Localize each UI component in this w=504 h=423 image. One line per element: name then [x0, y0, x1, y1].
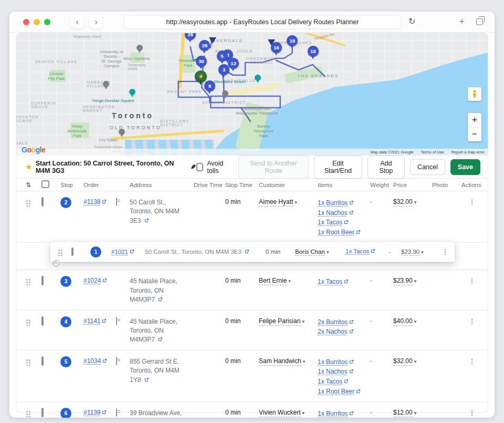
item-link[interactable]: 1x Tacos — [318, 278, 342, 285]
price-dropdown[interactable]: $32.00 — [393, 357, 413, 366]
external-link-icon — [344, 220, 349, 224]
new-tab-icon[interactable]: + — [459, 17, 465, 26]
stop-pin-16[interactable]: 16 — [271, 42, 282, 53]
row-checkbox[interactable] — [41, 197, 44, 207]
order-link[interactable]: #1141 — [83, 317, 100, 325]
save-button[interactable]: Save — [450, 159, 480, 175]
stop-pin-13[interactable]: 13 — [228, 58, 239, 69]
zoom-out-button[interactable]: − — [468, 128, 481, 142]
price-dropdown[interactable]: $23.90 — [393, 277, 413, 285]
avoid-tolls-checkbox[interactable] — [196, 163, 204, 171]
price-dropdown[interactable]: $32.00 — [393, 198, 413, 207]
row-actions-kebab-icon[interactable]: ⋮ — [461, 277, 482, 285]
stop-pin-30[interactable]: 30 — [196, 56, 207, 67]
row-actions-kebab-icon[interactable]: ⋮ — [438, 248, 453, 256]
drag-handle[interactable] — [58, 249, 62, 256]
select-all-checkbox[interactable] — [41, 180, 49, 188]
tab-overview-icon[interactable] — [476, 18, 483, 25]
item-link[interactable]: 2x Nachos — [318, 328, 348, 335]
order-link[interactable]: #1021 — [111, 249, 128, 255]
price-dropdown[interactable]: $23.90 — [401, 249, 419, 256]
report-map-error-link[interactable]: Report a map error — [452, 150, 485, 154]
note-icon[interactable] — [116, 198, 117, 206]
cancel-button[interactable]: Cancel — [410, 159, 445, 175]
customer-dropdown[interactable]: Felipe Parisian — [259, 317, 300, 326]
column-header-photo: Photo — [432, 182, 461, 188]
url-bar[interactable]: http://easyroutes.app - EasyRoutes Local… — [124, 15, 401, 29]
item-link[interactable]: 1x Nachos — [318, 209, 348, 216]
address-map-link[interactable] — [156, 296, 163, 303]
pegman-button[interactable] — [468, 87, 481, 101]
row-actions-kebab-icon[interactable]: ⋮ — [461, 198, 482, 206]
sort-icon[interactable]: ⇅ — [26, 181, 41, 189]
row-checkbox[interactable] — [41, 316, 44, 326]
zoom-in-button[interactable]: + — [468, 113, 481, 128]
stop-time-cell: 0 min — [225, 357, 259, 365]
customer-dropdown[interactable]: Vivien Wuckert — [259, 409, 301, 417]
address-map-link[interactable] — [156, 336, 163, 343]
customer-dropdown[interactable]: Sam Handwich — [259, 357, 301, 366]
forward-button[interactable]: › — [89, 15, 103, 29]
minimize-window-button[interactable] — [34, 19, 40, 25]
item-link[interactable]: 1x Burritos — [318, 410, 348, 417]
customer-dropdown[interactable]: Aimee Hyatt — [259, 198, 293, 207]
note-icon[interactable] — [116, 317, 117, 325]
address-map-link[interactable] — [143, 217, 149, 224]
dragged-stop-row[interactable]: 1 #1021 50 Caroll St., Toronto, ON M4M 3… — [50, 241, 455, 262]
row-checkbox[interactable] — [41, 408, 44, 417]
external-link-icon — [102, 358, 107, 363]
stop-pin-18[interactable]: 18 — [308, 46, 319, 57]
customer-dropdown[interactable]: Boris Chan — [295, 249, 325, 256]
row-checkbox[interactable] — [41, 356, 44, 366]
maximize-window-button[interactable] — [44, 19, 50, 25]
item-link[interactable]: 1x Tacos — [318, 219, 342, 226]
row-actions-kebab-icon[interactable]: ⋮ — [461, 409, 482, 417]
price-dropdown[interactable]: $12.00 — [393, 409, 413, 417]
reload-icon[interactable]: ↻ — [408, 16, 415, 26]
edit-pencil-icon[interactable]: ✎ — [191, 163, 196, 171]
row-checkbox[interactable] — [71, 247, 74, 256]
start-location-pin[interactable]: ★ — [195, 70, 207, 82]
send-to-another-route-button[interactable]: Send to Another Route — [238, 156, 309, 179]
customer-dropdown[interactable]: Bert Ernie — [259, 277, 287, 285]
drag-handle[interactable] — [26, 278, 30, 285]
note-icon[interactable] — [116, 357, 117, 365]
back-button[interactable]: ‹ — [70, 15, 84, 29]
order-link[interactable]: #1034 — [83, 357, 101, 365]
row-actions-kebab-icon[interactable]: ⋮ — [461, 317, 482, 325]
order-link[interactable]: #1024 — [83, 277, 101, 284]
stop-pin-3[interactable]: 3 — [218, 64, 229, 75]
terms-of-use-link[interactable]: Terms of Use — [421, 150, 444, 154]
drag-handle[interactable] — [26, 359, 30, 366]
item-link[interactable]: 1x Root Beer — [318, 388, 354, 395]
row-checkbox[interactable] — [41, 276, 44, 285]
item-link[interactable]: 1x Nachos — [318, 368, 348, 375]
add-stop-button[interactable]: Add Stop — [368, 156, 405, 179]
order-link[interactable]: #1138 — [83, 198, 100, 205]
stop-row-5[interactable]: 5 #1034 855 Gerrard St E, Toronto, ON M4… — [16, 350, 488, 402]
item-link[interactable]: 1x Burritos — [318, 199, 348, 207]
item-link[interactable]: 1x Burritos — [318, 358, 348, 366]
close-window-button[interactable] — [23, 19, 29, 25]
order-link[interactable]: #1139 — [83, 409, 100, 416]
stop-row-3[interactable]: 3 #1024 45 Natalie Place, Toronto, ON M4… — [16, 270, 488, 310]
address-map-link[interactable] — [143, 376, 149, 384]
item-link[interactable]: 1x Root Beer — [318, 229, 354, 236]
drag-handle[interactable] — [26, 200, 30, 207]
item-link[interactable]: 1x Tacos — [345, 248, 369, 254]
external-link-icon — [158, 337, 163, 342]
item-link[interactable]: 2x Burritos — [318, 318, 348, 326]
drag-handle[interactable] — [26, 410, 30, 417]
items-cell: 1x Tacos — [318, 277, 370, 287]
edit-start-end-button[interactable]: Edit Start/End — [314, 156, 362, 179]
map-canvas[interactable]: RIVERDALEBLAKE - JONESUPPER BEACHESKings… — [16, 33, 488, 156]
stop-row-6[interactable]: 6 #1139 39 Broadview Ave, Toronto, ON M3… — [16, 402, 488, 418]
note-icon[interactable] — [116, 408, 117, 417]
drag-handle[interactable] — [26, 319, 30, 326]
row-actions-kebab-icon[interactable]: ⋮ — [461, 357, 482, 365]
price-dropdown[interactable]: $40.00 — [393, 317, 413, 326]
stop-pin-5[interactable]: 5 — [217, 50, 228, 61]
stop-row-2[interactable]: 2 #1138 50 Caroll St., Toronto, ON M4M 3… — [16, 191, 488, 243]
stop-row-4[interactable]: 4 #1141 45 Natalie Place, Toronto, ON M4… — [16, 311, 488, 350]
item-link[interactable]: 1x Tacos — [318, 378, 342, 385]
